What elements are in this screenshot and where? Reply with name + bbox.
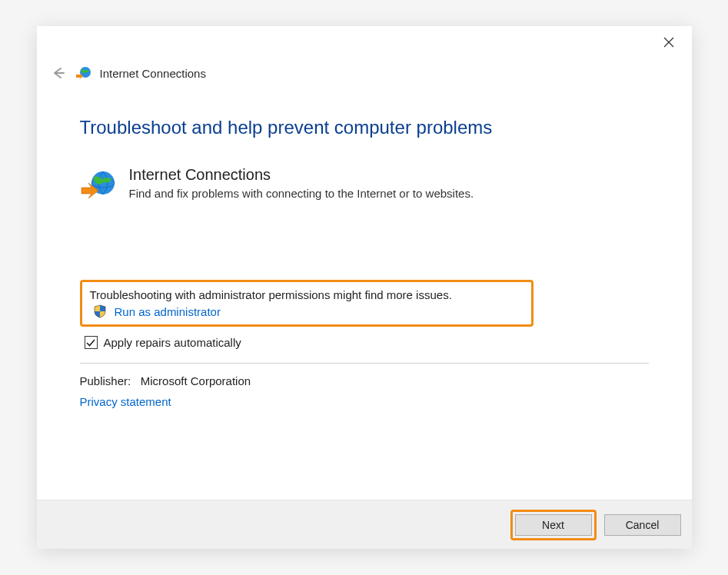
- internet-connections-icon: [75, 65, 92, 81]
- button-bar: Next Cancel: [37, 500, 692, 549]
- apply-repairs-label: Apply repairs automatically: [104, 336, 241, 349]
- troubleshooter-block: Internet Connections Find and fix proble…: [80, 166, 649, 203]
- close-icon: [663, 37, 674, 48]
- content-area: Troubleshoot and help prevent computer p…: [37, 83, 692, 500]
- close-button[interactable]: [660, 33, 678, 52]
- cancel-button[interactable]: Cancel: [604, 514, 681, 536]
- shield-icon: [93, 304, 107, 318]
- back-arrow-icon: [50, 65, 65, 81]
- next-button[interactable]: Next: [515, 514, 592, 536]
- troubleshooter-text: Internet Connections Find and fix proble…: [129, 166, 474, 203]
- troubleshooter-window: Internet Connections Troubleshoot and he…: [37, 26, 692, 549]
- next-highlight: Next: [510, 510, 597, 540]
- run-as-admin-link[interactable]: Run as administrator: [115, 305, 221, 318]
- titlebar: [37, 26, 692, 58]
- header-row: Internet Connections: [37, 58, 692, 83]
- troubleshooter-icon: [80, 166, 117, 203]
- publisher-label: Publisher:: [80, 374, 131, 387]
- troubleshooter-title: Internet Connections: [129, 166, 474, 184]
- header-app-icon: [75, 65, 92, 81]
- publisher-value: Microsoft Corporation: [141, 374, 251, 387]
- apply-repairs-row: Apply repairs automatically: [80, 336, 649, 349]
- admin-permissions-box: Troubleshooting with administrator permi…: [80, 280, 534, 327]
- troubleshooter-description: Find and fix problems with connecting to…: [129, 187, 474, 200]
- admin-link-row: Run as administrator: [90, 304, 524, 318]
- back-button[interactable]: [48, 63, 68, 83]
- publisher-row: Publisher: Microsoft Corporation: [80, 374, 649, 387]
- divider: [80, 363, 649, 364]
- privacy-statement-link[interactable]: Privacy statement: [80, 395, 649, 408]
- header-title: Internet Connections: [100, 67, 206, 80]
- apply-repairs-checkbox[interactable]: [85, 336, 98, 349]
- check-icon: [86, 338, 95, 347]
- main-heading: Troubleshoot and help prevent computer p…: [80, 117, 649, 138]
- admin-message: Troubleshooting with administrator permi…: [90, 288, 524, 301]
- internet-connections-large-icon: [80, 166, 117, 203]
